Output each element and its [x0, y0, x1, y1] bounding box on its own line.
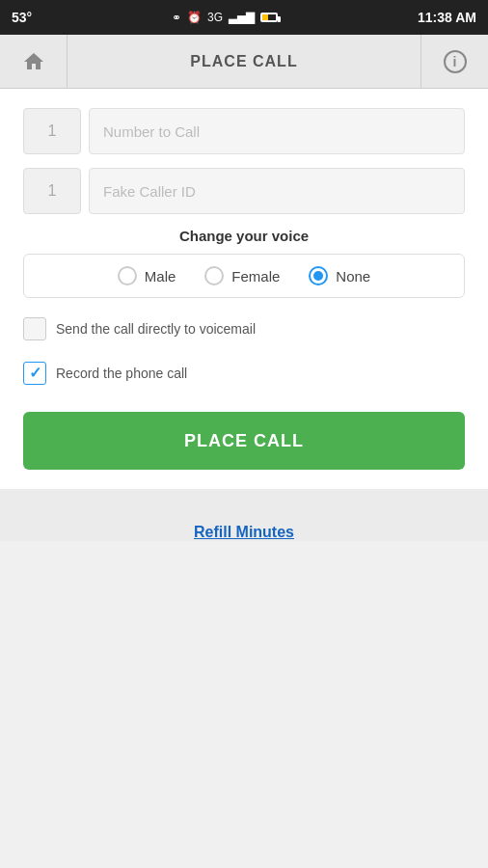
- none-radio-dot: [313, 271, 323, 281]
- bluetooth-icon: ⚭: [172, 11, 181, 24]
- network-icon: 3G: [207, 11, 223, 24]
- status-icons: ⚭ ⏰ 3G ▃▅▇: [172, 11, 278, 24]
- female-label: Female: [231, 268, 280, 285]
- time-display: 11:38 AM: [418, 10, 476, 25]
- main-content: 1 1 Change your voice Male Female: [0, 89, 488, 489]
- info-icon: i: [444, 50, 467, 73]
- page-title: PLACE CALL: [68, 53, 420, 70]
- status-bar: 53° ⚭ ⏰ 3G ▃▅▇ 11:38 AM: [0, 0, 488, 35]
- voicemail-checkbox-label: Send the call directly to voicemail: [56, 321, 256, 337]
- callerid-country-code: 1: [23, 168, 81, 214]
- record-checkbox[interactable]: ✓: [23, 362, 46, 385]
- record-checkmark: ✓: [29, 366, 41, 381]
- info-button[interactable]: i: [420, 35, 488, 89]
- alarm-icon: ⏰: [187, 11, 202, 24]
- battery-icon: [260, 13, 278, 22]
- voicemail-checkbox[interactable]: [23, 317, 46, 340]
- place-call-button[interactable]: PLACE CALL: [23, 412, 465, 470]
- record-checkbox-row[interactable]: ✓ Record the phone call: [23, 358, 465, 389]
- voicemail-checkbox-row[interactable]: Send the call directly to voicemail: [23, 313, 465, 344]
- fake-caller-id-row: 1: [23, 168, 465, 214]
- female-radio[interactable]: [204, 266, 224, 285]
- voice-section: Change your voice Male Female None: [23, 228, 465, 298]
- voice-option-none[interactable]: None: [309, 266, 370, 285]
- home-icon: [22, 50, 45, 73]
- voice-option-female[interactable]: Female: [204, 266, 280, 285]
- temperature: 53°: [12, 10, 32, 25]
- number-country-code: 1: [23, 108, 81, 154]
- male-radio[interactable]: [118, 266, 137, 285]
- record-checkbox-label: Record the phone call: [56, 366, 187, 381]
- voice-option-male[interactable]: Male: [118, 266, 176, 285]
- footer-section: Refill Minutes: [0, 489, 488, 541]
- voice-options-group: Male Female None: [23, 254, 465, 298]
- fake-caller-id-input[interactable]: [89, 168, 465, 214]
- number-to-call-row: 1: [23, 108, 465, 154]
- app-header: PLACE CALL i: [0, 35, 488, 89]
- home-button[interactable]: [0, 35, 68, 89]
- male-label: Male: [145, 268, 176, 285]
- signal-bars-icon: ▃▅▇: [229, 11, 255, 24]
- number-to-call-input[interactable]: [89, 108, 465, 154]
- none-radio[interactable]: [309, 266, 328, 285]
- none-label: None: [336, 268, 370, 285]
- voice-section-label: Change your voice: [23, 228, 465, 244]
- refill-minutes-link[interactable]: Refill Minutes: [194, 524, 294, 541]
